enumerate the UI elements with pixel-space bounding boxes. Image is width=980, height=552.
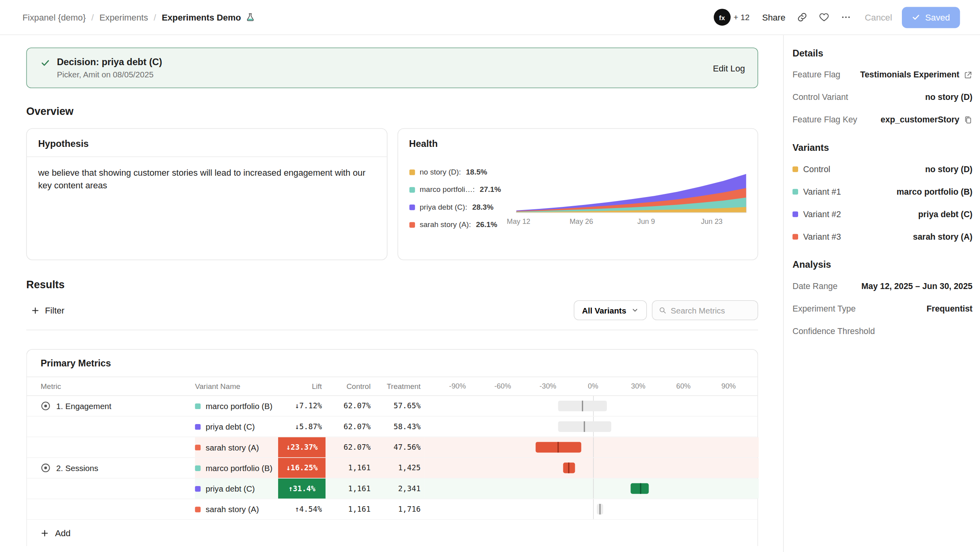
results-toolbar: Filter All Variants xyxy=(26,300,758,320)
details-heading: Details xyxy=(793,47,973,58)
search-metrics-input[interactable] xyxy=(671,306,751,315)
control-variant-label: Control Variant xyxy=(793,92,848,102)
date-range-label: Date Range xyxy=(793,282,838,291)
breadcrumb-workspace[interactable]: Fixpanel {demo} xyxy=(22,12,86,22)
experiment-type-label: Experiment Type xyxy=(793,304,856,314)
plus-icon xyxy=(41,529,49,537)
copy-link-button[interactable] xyxy=(797,12,807,23)
axis-ticks: -90%-60%-30%0%30%60%90% xyxy=(425,377,759,395)
clipboard-copy-icon[interactable] xyxy=(964,115,973,124)
variants-dropdown[interactable]: All Variants xyxy=(574,300,647,320)
saved-label: Saved xyxy=(925,12,950,22)
lift-badge: ↑31.4% xyxy=(278,479,325,499)
table-row[interactable]: sarah story (A)↑4.54%1,1611,716 xyxy=(27,499,757,520)
cancel-button[interactable]: Cancel xyxy=(865,12,892,22)
variant-color-swatch xyxy=(195,424,200,429)
point-estimate-tick xyxy=(557,442,558,452)
add-metric-button[interactable]: Add xyxy=(27,520,84,546)
variant-name-cell: priya debt (C) xyxy=(195,417,278,437)
table-row[interactable]: 1. Engagementmarco portfolio (B)↓7.12%62… xyxy=(27,396,757,417)
more-options-button[interactable] xyxy=(840,12,851,23)
point-estimate-tick xyxy=(568,463,569,473)
check-icon xyxy=(912,13,920,21)
favorite-button[interactable] xyxy=(819,12,829,23)
metric-cell xyxy=(27,437,195,457)
decision-subtitle: Picker, Amit on 08/05/2025 xyxy=(57,70,162,79)
health-x-labels: May 12May 26Jun 9Jun 23 xyxy=(516,215,746,228)
variant-label: Variant #2 xyxy=(803,210,841,219)
point-estimate-tick xyxy=(582,401,583,411)
table-row[interactable]: sarah story (A)↓23.37%62.07%47.56% xyxy=(27,437,757,458)
legend-label: sarah story (A): xyxy=(420,220,471,229)
lift-cell: ↓16.25% xyxy=(278,458,325,478)
share-button[interactable]: Share xyxy=(762,12,785,22)
table-row[interactable]: priya debt (C)↑31.4%1,1612,341 xyxy=(27,479,757,499)
ellipsis-icon xyxy=(840,12,851,23)
hypothesis-body: we believe that showing customer stories… xyxy=(27,157,380,201)
table-row[interactable]: priya debt (C)↓5.87%62.07%58.43% xyxy=(27,417,757,437)
main-column: Decision: priya debt (C) Picker, Amit on… xyxy=(0,35,783,552)
metric-cell xyxy=(27,479,195,499)
variant-row: Variant #1 marco portfolio (B) xyxy=(793,186,973,198)
treatment-value: 57.65% xyxy=(374,396,425,416)
workspace-avatar[interactable]: fx xyxy=(714,9,731,26)
zero-line xyxy=(593,437,594,457)
variant-color-swatch xyxy=(195,465,200,471)
feature-flag-key-row: Feature Flag Key exp_customerStory xyxy=(793,114,973,126)
decision-title: Decision: priya debt (C) xyxy=(57,56,162,67)
ci-chart-cell xyxy=(425,499,759,519)
variant-value: marco portfolio (B) xyxy=(897,187,973,197)
hypothesis-title: Hypothesis xyxy=(27,129,387,157)
metrics-table-body: 1. Engagementmarco portfolio (B)↓7.12%62… xyxy=(27,396,757,520)
add-filter-button[interactable]: Filter xyxy=(26,302,70,319)
col-variant: Variant Name xyxy=(195,382,278,391)
ci-chart-cell xyxy=(425,437,759,457)
legend-swatch xyxy=(409,169,415,175)
feature-flag-value[interactable]: Testimonials Experiment xyxy=(860,70,973,79)
results-divider xyxy=(26,330,758,330)
control-variant-value: no story (D) xyxy=(925,92,973,102)
variant-label: Control xyxy=(803,165,830,174)
table-row[interactable]: 2. Sessionsmarco portfolio (B)↓16.25%1,1… xyxy=(27,458,757,479)
variant-value: priya debt (C) xyxy=(918,210,973,219)
breadcrumb-experiments[interactable]: Experiments xyxy=(99,12,148,22)
metrics-table-header: Metric Variant Name Lift Control Treatme… xyxy=(27,377,757,396)
lift-cell: ↑31.4% xyxy=(278,479,325,499)
analysis-section: Analysis Date Range May 12, 2025 – Jun 3… xyxy=(793,259,973,337)
feature-flag-label: Feature Flag xyxy=(793,70,840,79)
legend-value: 18.5% xyxy=(466,168,487,176)
variants-dropdown-label: All Variants xyxy=(582,306,626,315)
legend-label: priya debt (C): xyxy=(420,203,467,211)
variant-color-swatch xyxy=(195,486,200,491)
legend-value: 27.1% xyxy=(480,185,501,194)
variants-section: Variants Control no story (D) Variant #1… xyxy=(793,142,973,243)
external-link-icon[interactable] xyxy=(964,70,973,79)
treatment-value: 58.43% xyxy=(374,417,425,437)
health-legend: no story (D): 18.5% marco portfoli…: 27.… xyxy=(409,158,516,238)
topbar-actions: fx + 12 Share Cancel xyxy=(714,7,960,28)
primary-metrics-card: Primary Metrics Metric Variant Name Lift… xyxy=(26,349,758,546)
col-treatment: Treatment xyxy=(374,382,425,391)
health-body: no story (D): 18.5% marco portfoli…: 27.… xyxy=(398,156,757,238)
breadcrumb-current: Experiments Demo xyxy=(162,12,255,22)
primary-metrics-title: Primary Metrics xyxy=(27,350,757,377)
edit-log-button[interactable]: Edit Log xyxy=(713,63,745,73)
date-range-value: May 12, 2025 – Jun 30, 2025 xyxy=(861,282,973,291)
chevron-down-icon xyxy=(631,306,639,314)
x-axis-label: Jun 23 xyxy=(701,218,723,225)
legend-item: sarah story (A): 26.1% xyxy=(409,220,516,229)
collaborators-count[interactable]: + 12 xyxy=(733,13,750,22)
flask-icon xyxy=(245,13,255,22)
lift-badge: ↓16.25% xyxy=(278,458,325,478)
legend-swatch xyxy=(409,187,415,192)
variant-name: priya debt (C) xyxy=(206,422,255,432)
link-icon xyxy=(797,12,807,23)
feature-flag-row: Feature Flag Testimonials Experiment xyxy=(793,69,973,81)
saved-button[interactable]: Saved xyxy=(902,7,960,28)
experiment-type-row: Experiment Type Frequentist xyxy=(793,303,973,315)
heart-icon xyxy=(819,12,829,23)
feature-flag-key-label: Feature Flag Key xyxy=(793,115,857,124)
health-title: Health xyxy=(398,129,757,156)
lift-cell: ↓23.37% xyxy=(278,437,325,457)
control-value: 62.07% xyxy=(325,396,374,416)
